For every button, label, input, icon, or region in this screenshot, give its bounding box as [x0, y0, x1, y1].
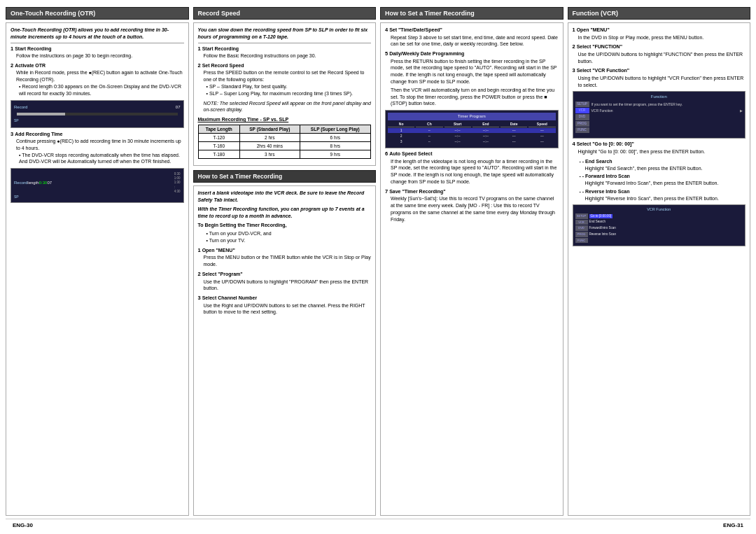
otr-step1: 1 Start Recording Follow the instruction… — [10, 45, 184, 59]
otr-step2-bullet: Record length 0:30 appears on the On-Scr… — [19, 83, 184, 97]
otr-record-screen2: Record length 0:30 07 0:301:001:30:4:30 … — [10, 168, 184, 203]
sub-bullet2: Turn on your TV. — [206, 237, 372, 244]
col-otr: One-Touch Recording (OTR) One-Touch Reco… — [6, 7, 189, 516]
otr-header: One-Touch Recording (OTR) — [6, 7, 189, 20]
function-vcr-content: 1 Open "MENU" In the DVD in Stop or Play… — [568, 22, 751, 516]
timer-sub-header: How to Set a Timer Recording — [193, 170, 377, 183]
footer-left: ENG-30 — [13, 522, 33, 528]
timer-step5: 5 Daily/Weekly Date Programming Press th… — [385, 50, 559, 107]
col-timer: How to Set a Timer Recording 4 Set "Time… — [380, 7, 564, 516]
timer-program-screen: Timer Program No Ch Start End Date Speed… — [385, 110, 559, 148]
func-step3: 3 Select "VCR Function" Using the UP/DOW… — [573, 67, 746, 88]
rs-table: Tape Length SP (Standard Play) SLP (Supe… — [198, 125, 372, 159]
record-speed-header: Record Speed — [193, 7, 377, 20]
sub-begin: To Begin Setting the Timer Recording, — [198, 222, 372, 229]
timer-step7: 7 Save "Timer Recording" Weekly [Sun's~S… — [385, 188, 559, 223]
col-function-vcr: Function (VCR) 1 Open "MENU" In the DVD … — [568, 7, 751, 516]
rs-th-tape: Tape Length — [198, 125, 239, 133]
sub-step2: 2 Select "Program" Use the UP/DOWN butto… — [198, 271, 372, 292]
timer-header: How to Set a Timer Recording — [380, 7, 564, 20]
table-row: T-1803 hrs9 hrs — [198, 150, 371, 159]
rs-note: NOTE: The selected Record Speed will app… — [204, 100, 372, 114]
func-step1: 1 Open "MENU" In the DVD in Stop or Play… — [573, 27, 746, 41]
reverse-intro: - Reverse Intro Scan Highlight "Reverse … — [580, 188, 746, 202]
rs-th-slp: SLP (Super Long Play) — [300, 125, 370, 133]
rs-th-sp: SP (Standard Play) — [239, 125, 300, 133]
timer-sub-content: Insert a blank videotape into the VCR de… — [193, 185, 377, 516]
page: One-Touch Recording (OTR) One-Touch Reco… — [0, 0, 756, 534]
col-record-speed: Record Speed You can slow down the recor… — [193, 7, 377, 516]
otr-step2-text: While in Record mode, press the ●(REC) b… — [16, 69, 184, 83]
record-speed-content: You can slow down the recording speed fr… — [193, 22, 377, 166]
otr-step2: 2 Activate OTR While in Record mode, pre… — [10, 62, 184, 97]
otr-record-screen: Record 07 SP — [10, 100, 184, 128]
forward-intro: - Forward Intro Scan Highlight "Forward … — [580, 173, 746, 187]
otr-step3-text: Continue pressing ●(REC) to add recordin… — [16, 138, 184, 152]
otr-step3-bullet1: The DVD-VCR stops recording automaticall… — [19, 152, 184, 166]
timer-step4: 4 Set "Time/Date/Speed" Repeat Step 3 ab… — [385, 27, 559, 48]
sub-intro: Insert a blank videotape into the VCR de… — [198, 190, 372, 204]
function-vcr-header: Function (VCR) — [568, 7, 751, 20]
record-speed-intro: You can slow down the recording speed fr… — [198, 27, 372, 41]
end-search: - End Search Highlight "End Search", the… — [580, 158, 746, 172]
rs-table-title: Maximum Recording Time - SP vs. SLP — [198, 116, 372, 123]
table-row: T-1202 hrs6 hrs — [198, 134, 371, 142]
function-screen: Function SETUP If you want to set the ti… — [573, 91, 746, 139]
rs-step2: 2 Set Record Speed Press the SPEED butto… — [198, 62, 372, 97]
footer: ENG-30 ENG-31 — [6, 519, 750, 528]
timer-content: 4 Set "Time/Date/Speed" Repeat Step 3 ab… — [380, 22, 564, 516]
sub-bullet1: Turn on your DVD-VCR, and — [206, 230, 372, 237]
timer-step6: 6 Auto Speed Select If the length of the… — [385, 150, 559, 185]
otr-step1-text: Follow the instructions on page 30 to be… — [16, 52, 184, 59]
sub-step3: 3 Select Channel Number Use the Right an… — [198, 295, 372, 316]
otr-intro: One-Touch Recording (OTR) allows you to … — [10, 27, 184, 41]
rs-table-container: Maximum Recording Time - SP vs. SLP Tape… — [198, 116, 372, 159]
func-step2: 2 Select "FUNCTION" Use the UP/DOWN butt… — [573, 43, 746, 64]
rs-step1: 1 Start Recording Follow the Basic Recor… — [198, 45, 372, 59]
footer-right: ENG-31 — [723, 522, 743, 528]
table-row: T-1602hrs 40 mins8 hrs — [198, 142, 371, 150]
otr-content: One-Touch Recording (OTR) allows you to … — [6, 22, 189, 516]
sub-intro2: With the Timer Recording function, you c… — [198, 206, 372, 220]
func-step4: 4 Select "Go to [0: 00: 00]" Highlight "… — [573, 141, 746, 155]
vcr-function-screen: VCR Function SETUP Go to [0:00:00] VCR E… — [573, 204, 746, 246]
otr-step3: 3 Add Recording Time Continue pressing ●… — [10, 131, 184, 166]
sub-step1: 1 Open "MENU" Press the MENU button or t… — [198, 247, 372, 268]
